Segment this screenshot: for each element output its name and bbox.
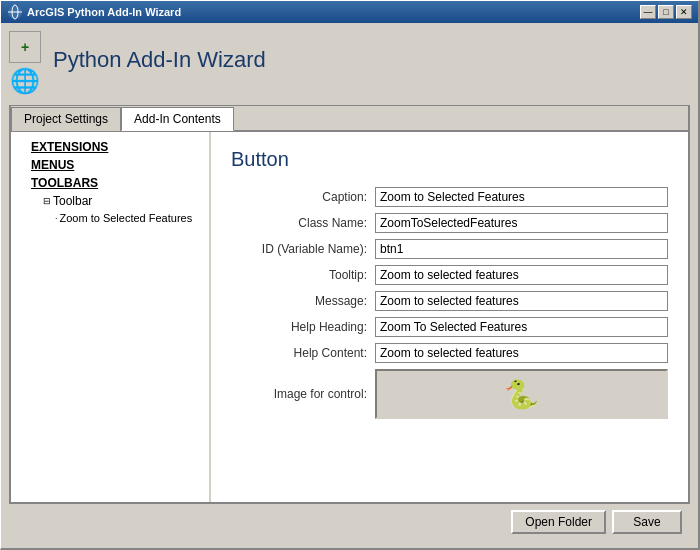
globe-icon: 🌐: [10, 67, 40, 95]
tab-project-settings[interactable]: Project Settings: [11, 107, 121, 131]
close-button[interactable]: ✕: [676, 5, 692, 19]
tooltip-label: Tooltip:: [231, 268, 371, 282]
panel: Button Caption: Class Name: ID (Variable…: [211, 132, 688, 502]
sidebar: EXTENSIONS MENUS TOOLBARS ⊟ Toolbar · Zo: [11, 132, 211, 502]
panel-title: Button: [231, 148, 668, 171]
help-content-input[interactable]: [375, 343, 668, 363]
image-label: Image for control:: [231, 387, 371, 401]
help-heading-label: Help Heading:: [231, 320, 371, 334]
form-grid: Caption: Class Name: ID (Variable Name):…: [231, 187, 668, 419]
window-controls: — □ ✕: [640, 5, 692, 19]
workspace: Project Settings Add-In Contents EXTENSI…: [9, 105, 690, 504]
message-label: Message:: [231, 294, 371, 308]
menus-label: MENUS: [31, 158, 74, 172]
title-bar: ArcGIS Python Add-In Wizard — □ ✕: [1, 1, 698, 23]
workspace-body: EXTENSIONS MENUS TOOLBARS ⊟ Toolbar · Zo: [11, 132, 688, 502]
classname-input[interactable]: [375, 213, 668, 233]
tab-bar: Project Settings Add-In Contents: [11, 106, 688, 132]
main-window: ArcGIS Python Add-In Wizard — □ ✕ + 🌐 Py…: [0, 0, 700, 550]
toolbars-label: TOOLBARS: [31, 176, 98, 190]
globe-button[interactable]: 🌐: [9, 65, 41, 97]
caption-label: Caption:: [231, 190, 371, 204]
add-button[interactable]: +: [9, 31, 41, 63]
sidebar-item-zoom[interactable]: · Zoom to Selected Features: [15, 210, 205, 226]
tab-addin-contents[interactable]: Add-In Contents: [121, 107, 234, 131]
app-icon: [7, 4, 23, 20]
extensions-label: EXTENSIONS: [31, 140, 108, 154]
caption-input[interactable]: [375, 187, 668, 207]
add-icon: +: [21, 39, 29, 55]
tooltip-input[interactable]: [375, 265, 668, 285]
main-content: + 🌐 Python Add-In Wizard Project Setting…: [1, 23, 698, 548]
title-bar-left: ArcGIS Python Add-In Wizard: [7, 4, 181, 20]
zoom-label: Zoom to Selected Features: [60, 212, 193, 224]
tree-leaf-icon: ·: [55, 213, 58, 223]
toolbar-icons: + 🌐: [9, 31, 41, 97]
sidebar-item-toolbars[interactable]: TOOLBARS: [15, 174, 205, 192]
sidebar-item-toolbar[interactable]: ⊟ Toolbar: [15, 192, 205, 210]
message-input[interactable]: [375, 291, 668, 311]
toolbar-label: Toolbar: [53, 194, 92, 208]
bottom-bar: Open Folder Save: [9, 504, 690, 540]
tree-expand-icon: ⊟: [43, 196, 51, 206]
id-input[interactable]: [375, 239, 668, 259]
app-title: Python Add-In Wizard: [49, 47, 266, 73]
classname-label: Class Name:: [231, 216, 371, 230]
minimize-button[interactable]: —: [640, 5, 656, 19]
window-title: ArcGIS Python Add-In Wizard: [27, 6, 181, 18]
header-area: + 🌐 Python Add-In Wizard: [9, 31, 690, 97]
save-button[interactable]: Save: [612, 510, 682, 534]
maximize-button[interactable]: □: [658, 5, 674, 19]
sidebar-item-extensions[interactable]: EXTENSIONS: [15, 138, 205, 156]
sidebar-item-menus[interactable]: MENUS: [15, 156, 205, 174]
help-heading-input[interactable]: [375, 317, 668, 337]
id-label: ID (Variable Name):: [231, 242, 371, 256]
snake-icon: 🐍: [504, 378, 539, 411]
open-folder-button[interactable]: Open Folder: [511, 510, 606, 534]
help-content-label: Help Content:: [231, 346, 371, 360]
image-control[interactable]: 🐍: [375, 369, 668, 419]
